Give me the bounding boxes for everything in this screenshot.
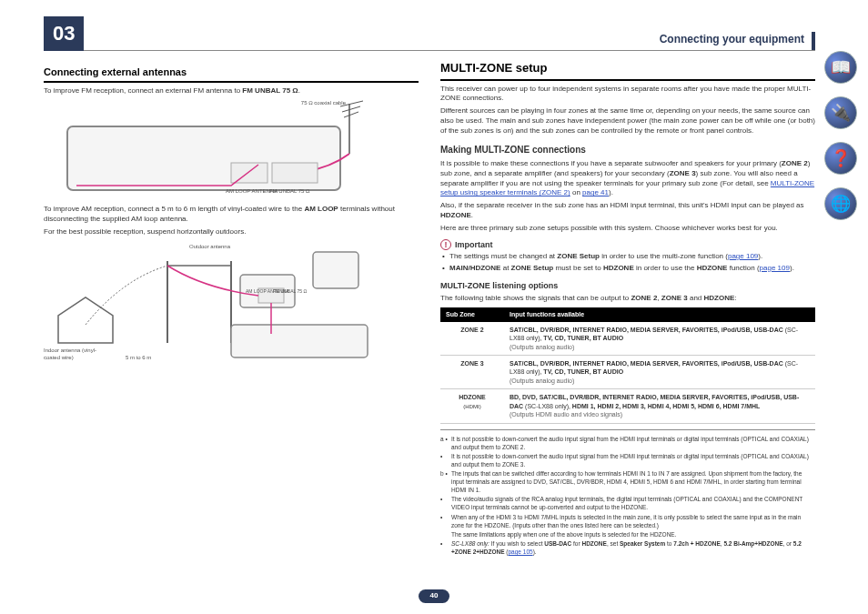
left-column: Connecting external antennas To improve … [44,60,419,557]
footnote-b1: b •The inputs that can be switched diffe… [440,469,815,494]
multizone-intro-2: Different sources can be playing in four… [440,106,815,136]
important-icon: ! [440,239,451,250]
diagram-am-antenna: Outdoor antenna Indoor antenna (vinyl-co… [44,243,419,361]
network-icon[interactable]: 🌐 [824,187,857,220]
help-icon[interactable]: ❓ [824,142,857,175]
zone-cell: ZONE 2 [440,322,504,356]
heading-multizone: MULTI-ZONE setup [440,60,815,81]
coax-cable-label: 75 Ω coaxial cable [301,99,346,106]
fm-antenna-svg [44,99,419,199]
functions-cell: SAT/CBL, DVR/BDR, INTERNET RADIO, MEDIA … [504,356,815,389]
am-reception-text: To improve AM reception, connect a 5 m t… [44,205,419,225]
top-bar: 03 Connecting your equipment [44,18,815,51]
footnote-b3: •When any of the HDMI 3 to HDMI 7/MHL in… [440,513,815,529]
important-bullet-2: MAIN/HDZONE at ZONE Setup must be set to… [440,264,815,274]
th-input-functions: Input functions available [504,307,815,321]
link-page-109-a[interactable]: page 109 [728,252,758,260]
listening-intro: The following table shows the signals th… [440,294,815,304]
fm-unbal-port-label-2: FM UNBAL 75 Ω [273,288,307,295]
multizone-intro-1: This receiver can power up to four indep… [440,85,815,105]
page-number: 40 [419,589,449,603]
indoor-antenna-label: Indoor antenna (vinyl-coated wire) [44,347,98,361]
svg-line-4 [344,112,358,117]
footnote-a1: a •It is not possible to down-convert th… [440,435,815,451]
wire-length-label: 5 m to 6 m [126,354,151,361]
important-callout: ! Important [440,239,815,250]
svg-rect-11 [313,252,358,288]
side-nav: 📖 🔌 ❓ 🌐 [824,51,861,220]
fm-reception-text: To improve FM reception, connect an exte… [44,86,419,96]
functions-cell: BD, DVD, SAT/CBL, DVR/BDR, INTERNET RADI… [504,389,815,423]
content-columns: Connecting external antennas To improve … [44,60,815,557]
zone-cell: ZONE 3 [440,356,504,389]
fm-unbal-port-label: FM UNBAL 75 Ω [269,187,310,195]
heading-external-antennas: Connecting external antennas [44,65,419,83]
important-bullet-1: The settings must be changed at ZONE Set… [440,252,815,262]
header-title: Connecting your equipment [84,32,815,50]
making-p1: It is possible to make these connections… [440,159,815,198]
functions-cell: SAT/CBL, DVR/BDR, INTERNET RADIO, MEDIA … [504,322,815,356]
making-p3: Here are three primary sub zone setups p… [440,224,815,234]
outdoor-antenna-label: Outdoor antenna [189,243,230,250]
footnote-b2: •The video/audio signals of the RCA anal… [440,495,815,511]
table-row: ZONE 3SAT/CBL, DVR/BDR, INTERNET RADIO, … [440,356,815,389]
link-page-105[interactable]: page 105 [509,549,533,555]
svg-rect-5 [272,163,318,183]
th-subzone: Sub Zone [440,307,504,321]
heading-listening-options: MULTI-ZONE listening options [440,280,815,291]
svg-rect-6 [231,163,267,183]
footnotes: a •It is not possible to down-convert th… [440,429,815,556]
diagram-fm-antenna: 75 Ω coaxial cable AM LOOP ANTENNA FM UN… [44,99,419,203]
important-label: Important [455,239,493,250]
footnote-a2: •It is not possible to down-convert the … [440,452,815,468]
zone-cell: HDZONE(HDMI) [440,389,504,423]
footnote-b3b: The same limitations apply when one of t… [440,530,815,539]
zones-table: Sub Zone Input functions available ZONE … [440,307,815,423]
important-bullets: The settings must be changed at ZONE Set… [440,252,815,274]
svg-line-3 [342,106,360,112]
heading-making-connections: Making MULTI-ZONE connections [440,144,815,156]
table-row: HDZONE(HDMI) BD, DVD, SAT/CBL, DVR/BDR, … [440,389,815,423]
link-page-109-b[interactable]: page 109 [760,264,790,272]
link-page-41[interactable]: page 41 [582,188,609,196]
receiver-icon[interactable]: 🔌 [824,96,857,129]
table-row: ZONE 2SAT/CBL, DVR/BDR, INTERNET RADIO, … [440,322,815,356]
right-column: MULTI-ZONE setup This receiver can power… [440,60,815,557]
book-icon[interactable]: 📖 [824,51,857,84]
best-reception-text: For the best possible reception, suspend… [44,227,419,237]
chapter-number: 03 [44,16,84,51]
making-p2: Also, if the separate receiver in the su… [440,201,815,221]
footnote-b4: •SC-LX88 only: If you wish to select USB… [440,539,815,556]
am-antenna-svg [44,243,419,361]
svg-rect-12 [231,325,368,357]
